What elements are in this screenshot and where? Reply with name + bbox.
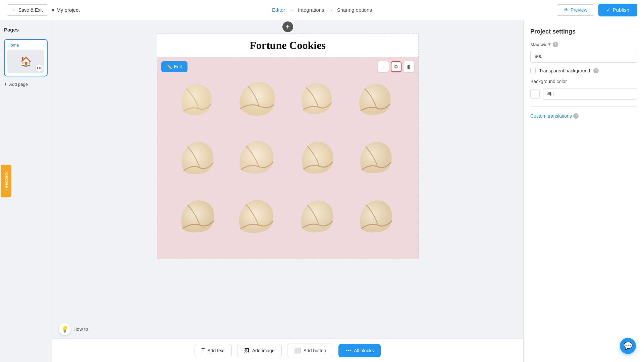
button-icon: ⬜: [294, 347, 301, 354]
back-arrow-icon: ←: [12, 8, 16, 12]
preview-button[interactable]: 👁 Preview: [557, 4, 594, 16]
image-block: ✏️ Edit ↓ ⧉ 🗑: [157, 57, 419, 259]
page-card-home-label: Home: [7, 43, 44, 48]
cookie-cell-3: [289, 71, 345, 127]
text-icon: T: [202, 348, 205, 354]
transparent-bg-row: Transparent background ?: [530, 68, 637, 73]
all-blocks-label: All blocks: [354, 348, 374, 353]
how-to-bar[interactable]: 💡 How to: [59, 323, 88, 335]
publish-button[interactable]: ✓ Publish: [598, 4, 637, 16]
chat-bubble-button[interactable]: 💬: [620, 338, 636, 354]
color-value-input[interactable]: [543, 88, 637, 100]
color-swatch[interactable]: [530, 89, 540, 99]
transparent-bg-checkbox[interactable]: [530, 68, 536, 73]
check-icon: ✓: [606, 7, 611, 13]
download-block-button[interactable]: ↓: [378, 61, 389, 72]
how-to-label: How to: [73, 326, 88, 332]
max-width-input[interactable]: [530, 50, 637, 63]
page-card-home[interactable]: Home 🏠 •••: [4, 39, 48, 76]
page-title-block: Fortune Cookies: [157, 34, 419, 57]
panel-title: Project settings: [530, 28, 637, 35]
project-name-text: My project: [56, 7, 79, 13]
add-button-button[interactable]: ⬜ Add button: [287, 344, 333, 357]
add-page-label: Add page: [9, 82, 28, 87]
block-toolbar: ↓ ⧉ 🗑: [378, 61, 414, 72]
add-page-button[interactable]: + Add page: [4, 81, 48, 87]
preview-label: Preview: [571, 7, 587, 13]
add-image-label: Add image: [252, 348, 275, 353]
add-text-label: Add text: [207, 348, 224, 353]
nav-editor[interactable]: Editor: [272, 7, 285, 13]
pencil-icon: ✏️: [167, 64, 172, 69]
cookie-cell-5: [171, 130, 227, 186]
feedback-tab[interactable]: Feedback: [1, 165, 11, 197]
canvas-scroll: + Fortune Cookies ✏️ Edit ↓ ⧉ 🗑: [52, 20, 523, 339]
nav-integrations[interactable]: Integrations: [298, 7, 324, 13]
topbar-center-nav: Editor → Integrations → Sharing options: [272, 7, 372, 13]
page-title-text: Fortune Cookies: [163, 39, 413, 52]
topbar: ← Save & Exit My project Editor → Integr…: [0, 0, 644, 20]
edit-label: Edit: [174, 64, 182, 69]
copy-block-button[interactable]: ⧉: [391, 61, 401, 72]
plus-icon: +: [4, 81, 7, 87]
cookie-cell-11: [289, 189, 345, 245]
custom-translations-link[interactable]: Custom translations ?: [530, 113, 637, 119]
dots-icon: •••: [345, 348, 351, 354]
cookie-cell-1: [171, 71, 227, 127]
add-button-label: Add button: [304, 348, 326, 353]
home-icon: 🏠: [20, 56, 32, 67]
dot-icon: [52, 9, 54, 11]
divider: [530, 106, 637, 107]
chat-icon: 💬: [624, 342, 633, 350]
edit-block-button[interactable]: ✏️ Edit: [161, 61, 187, 72]
add-block-plus-icon: +: [282, 21, 293, 32]
add-text-button[interactable]: T Add text: [195, 344, 232, 357]
bulb-icon: 💡: [59, 323, 71, 335]
custom-translations-help-icon[interactable]: ?: [573, 113, 579, 119]
image-icon: 🖼: [244, 348, 250, 354]
topbar-left: ← Save & Exit My project: [7, 4, 80, 16]
cookie-grid: [164, 64, 412, 252]
page-options-button[interactable]: •••: [36, 64, 43, 72]
canvas-wrapper: + Fortune Cookies ✏️ Edit ↓ ⧉ 🗑: [157, 20, 419, 332]
delete-block-button[interactable]: 🗑: [404, 61, 414, 72]
canvas-area: + Fortune Cookies ✏️ Edit ↓ ⧉ 🗑: [52, 20, 523, 362]
bg-color-label: Background color: [530, 79, 637, 84]
bg-color-row: [530, 88, 637, 100]
nav-sharing[interactable]: Sharing options: [337, 7, 372, 13]
max-width-label-text: Max width: [530, 42, 551, 47]
project-name: My project: [52, 7, 79, 13]
page-thumbnail: 🏠 •••: [7, 50, 44, 73]
nav-arrow-1: →: [289, 7, 294, 13]
transparent-bg-label: Transparent background: [539, 68, 590, 73]
save-exit-label: Save & Exit: [18, 7, 43, 13]
pages-title: Pages: [4, 27, 48, 33]
eye-icon: 👁: [564, 7, 569, 13]
cookie-cell-9: [171, 189, 227, 245]
save-exit-button[interactable]: ← Save & Exit: [7, 4, 48, 16]
cookie-cell-2: [230, 71, 286, 127]
cookie-cell-12: [349, 189, 405, 245]
cookie-cell-10: [230, 189, 286, 245]
topbar-right: 👁 Preview ✓ Publish: [557, 4, 637, 16]
cookie-cell-8: [349, 130, 405, 186]
right-panel: Project settings Max width ? Transparent…: [523, 20, 644, 362]
add-block-top-button[interactable]: +: [157, 20, 419, 34]
publish-label: Publish: [613, 7, 629, 13]
add-image-button[interactable]: 🖼 Add image: [237, 344, 282, 357]
cookie-cell-7: [289, 130, 345, 186]
bottom-toolbar: T Add text 🖼 Add image ⬜ Add button ••• …: [52, 339, 523, 362]
cookie-cell-4: [349, 71, 405, 127]
custom-translations-label: Custom translations: [530, 113, 572, 119]
all-blocks-button[interactable]: ••• All blocks: [338, 344, 381, 357]
main-layout: Pages Home 🏠 ••• + Add page + Fortune Co…: [0, 20, 644, 362]
max-width-help-icon[interactable]: ?: [553, 42, 558, 47]
cookie-cell-6: [230, 130, 286, 186]
transparent-bg-help-icon[interactable]: ?: [593, 68, 599, 73]
max-width-label: Max width ?: [530, 42, 637, 47]
nav-arrow-2: →: [328, 7, 333, 13]
